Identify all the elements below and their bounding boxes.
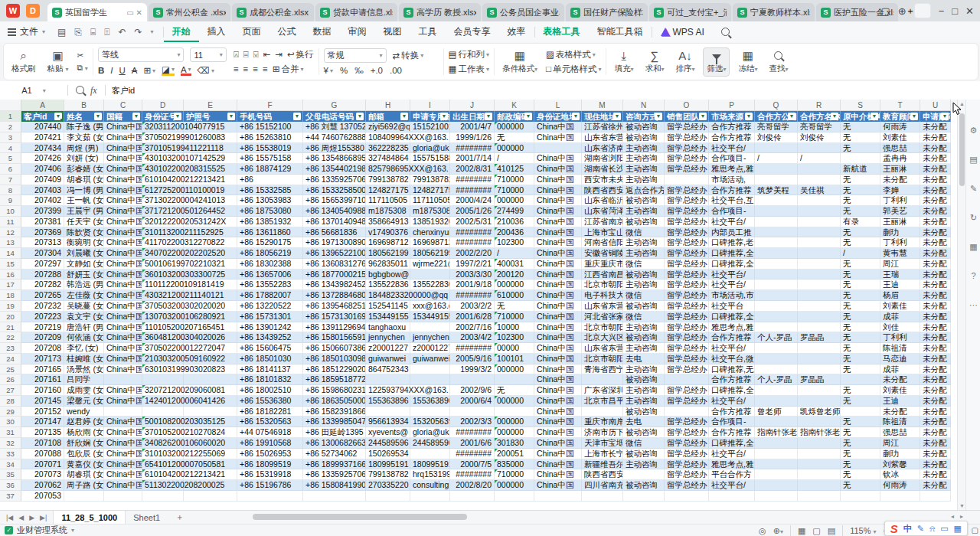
cell[interactable]: 未分配: [920, 396, 951, 407]
cell[interactable]: China中国: [104, 122, 142, 132]
col-letter-U[interactable]: U: [920, 100, 951, 111]
cell[interactable]: /: [495, 248, 534, 259]
cell[interactable]: 留学总经办: [665, 312, 709, 322]
cell[interactable]: 108409964XXX@163.: [366, 132, 410, 143]
cell[interactable]: +86 1565399710: [303, 195, 366, 206]
cell[interactable]: 指南针张老: [798, 427, 841, 438]
cell[interactable]: [755, 195, 798, 206]
tab-table-tools[interactable]: 表格工具: [535, 21, 589, 42]
cell[interactable]: 2000/7/5: [450, 459, 495, 470]
tab-close-icon[interactable]: ✕: [136, 8, 142, 17]
header-cell[interactable]: 手机号码▼: [237, 111, 303, 122]
cell[interactable]: +86 18141137: [237, 364, 303, 375]
col-letter-E[interactable]: E: [184, 100, 237, 111]
cell[interactable]: China中国: [104, 259, 142, 270]
cell[interactable]: 无: [841, 270, 880, 280]
cell[interactable]: 200051: [495, 449, 534, 459]
cell[interactable]: 360103200303300725: [142, 270, 184, 280]
cell[interactable]: +86 15319918: [237, 469, 303, 480]
cell[interactable]: [841, 491, 880, 502]
convert-button[interactable]: ⇄ 转换▾: [393, 50, 424, 61]
cell[interactable]: 207288: [21, 270, 64, 280]
cell[interactable]: [755, 459, 798, 470]
cell[interactable]: 320721200209060081: [142, 385, 184, 396]
cell[interactable]: +86 周煜155380: [303, 143, 366, 154]
cell[interactable]: 未分配: [920, 427, 951, 438]
cell[interactable]: 2002/8/20: [450, 480, 495, 491]
italic-button[interactable]: I: [110, 66, 113, 75]
cell[interactable]: +86 1859518772: [303, 374, 366, 385]
cell[interactable]: 王迪: [880, 279, 920, 290]
cell[interactable]: China中国: [534, 449, 582, 459]
row-number[interactable]: 9: [0, 195, 21, 206]
cell[interactable]: 无: [495, 132, 534, 143]
col-letter-H[interactable]: H: [366, 100, 410, 111]
cell[interactable]: +86 15196786: [237, 480, 303, 491]
cell[interactable]: China中国: [534, 270, 582, 280]
cell[interactable]: 2001/4/7: [450, 122, 495, 132]
cell[interactable]: 117110505: [366, 195, 410, 206]
eye-protect-icon[interactable]: ◎: [759, 526, 766, 536]
cell[interactable]: +86 1354402198: [303, 164, 366, 175]
cell[interactable]: +86 15575158: [237, 153, 303, 164]
cell[interactable]: z20001227: [410, 343, 450, 354]
cell[interactable]: 留学总经办: [665, 195, 709, 206]
cell[interactable]: 江苏省徐州: [582, 122, 623, 132]
cell[interactable]: 301830: [495, 438, 534, 449]
cell[interactable]: China中国: [104, 132, 142, 143]
fill-button[interactable]: ⤓ 填充▾: [611, 48, 636, 76]
filter-dropdown-icon[interactable]: ▼: [699, 113, 707, 120]
cell[interactable]: +86 1335925706: [303, 175, 366, 185]
cell[interactable]: [798, 354, 841, 364]
header-cell[interactable]: 父母电话号码▼: [303, 111, 366, 122]
cell[interactable]: 130703200106280921: [142, 312, 184, 322]
cell[interactable]: [104, 407, 142, 417]
cell[interactable]: m1875308: [410, 206, 450, 217]
cell[interactable]: [798, 469, 841, 480]
sogou-logo-icon[interactable]: S: [890, 522, 898, 535]
cell[interactable]: 207165: [21, 364, 64, 375]
filter-dropdown-icon[interactable]: ▼: [400, 113, 408, 120]
row-number[interactable]: 7: [0, 175, 21, 185]
cell[interactable]: +86 13552283: [237, 279, 303, 290]
cell[interactable]: 2003/4/2: [450, 332, 495, 343]
cell[interactable]: 赵君婷 (女: [64, 417, 104, 427]
cell[interactable]: 社交平台/: [709, 480, 755, 491]
cell[interactable]: 未分配: [920, 227, 951, 238]
cell[interactable]: [495, 407, 534, 417]
zoom-level[interactable]: 115% ▾: [850, 526, 876, 535]
col-letter-N[interactable]: N: [623, 100, 665, 111]
cell[interactable]: 2002/7/16: [450, 322, 495, 333]
cell[interactable]: 被动咨询: [623, 332, 665, 343]
header-cell[interactable]: 姓名▼: [64, 111, 104, 122]
cell[interactable]: China中国: [534, 438, 582, 449]
font-size-select[interactable]: 11▾: [190, 47, 226, 62]
cell[interactable]: 无: [841, 354, 880, 364]
cell[interactable]: China中国: [104, 270, 142, 280]
cell[interactable]: [841, 407, 880, 417]
cell[interactable]: 2003/3/30: [450, 270, 495, 280]
cell[interactable]: 山东省东营: [582, 132, 623, 143]
align-left-icon[interactable]: ≡: [234, 64, 239, 74]
cell[interactable]: 口碑推荐,无: [709, 364, 755, 375]
cell[interactable]: +86: [237, 175, 303, 185]
row-number[interactable]: 31: [0, 427, 21, 438]
cell[interactable]: 207062: [21, 480, 64, 491]
header-cell[interactable]: 教育顾问▼: [880, 111, 920, 122]
cell[interactable]: 无: [841, 480, 880, 491]
cell[interactable]: 110112200109181419: [142, 279, 184, 290]
cell[interactable]: [410, 322, 450, 333]
cell[interactable]: 未分配: [880, 175, 920, 185]
cell[interactable]: China中国: [104, 417, 142, 427]
cell[interactable]: [841, 374, 880, 385]
cell[interactable]: 北京市昌平: [582, 396, 623, 407]
cell[interactable]: +86 15332585: [237, 185, 303, 196]
header-cell[interactable]: 市场来源▼: [709, 111, 755, 122]
header-cell[interactable]: 现住地址▼: [582, 111, 623, 122]
cell[interactable]: +86 1850103098: [303, 354, 366, 364]
cell[interactable]: China中国: [104, 343, 142, 354]
document-tab[interactable]: S可过_支付宝+_滴滴: [649, 3, 731, 21]
cell[interactable]: China中国: [534, 290, 582, 301]
cell[interactable]: [410, 491, 450, 502]
cell[interactable]: [665, 407, 709, 417]
